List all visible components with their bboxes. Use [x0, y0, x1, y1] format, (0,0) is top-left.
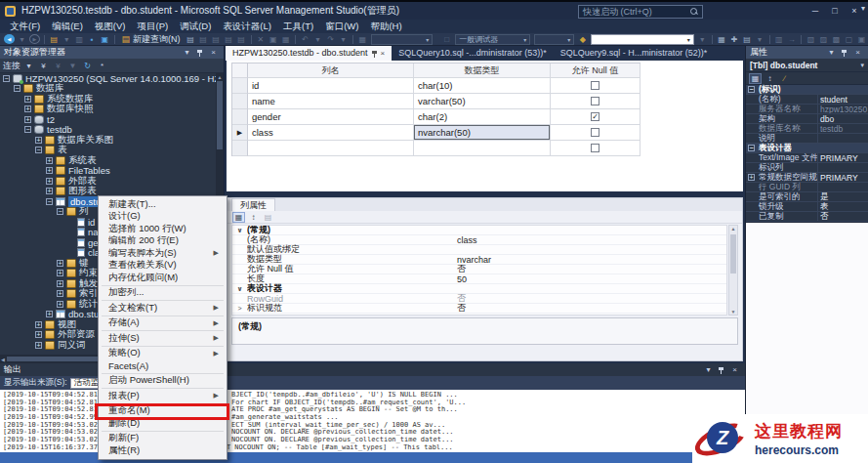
- context-menu-item[interactable]: 选择前 1000 行(W): [99, 223, 227, 235]
- tree-item[interactable]: +外部表: [0, 176, 216, 187]
- expand-icon[interactable]: +: [24, 105, 31, 112]
- menu-item[interactable]: 视图(V): [89, 21, 132, 33]
- expand-icon[interactable]: >: [232, 305, 247, 312]
- tree-item[interactable]: −HZPW130250 (SQL Server 14.0.1000.169 - …: [0, 73, 216, 84]
- scroll-up-icon[interactable]: ▲: [216, 74, 224, 80]
- new-query-button[interactable]: ▤新建查询(N): [118, 33, 185, 46]
- xmla-query-icon[interactable]: ▤: [236, 34, 247, 45]
- collapse-icon[interactable]: −: [57, 208, 63, 215]
- table-row[interactable]: idchar(10): [232, 78, 641, 94]
- row-indicator[interactable]: ▶: [232, 125, 248, 141]
- context-menu-item[interactable]: 设计(G): [99, 211, 227, 224]
- property-value[interactable]: hzpw130250: [817, 105, 868, 113]
- undo-dropdown-icon[interactable]: ▾: [312, 34, 323, 45]
- close-icon[interactable]: ×: [381, 46, 386, 61]
- allow-null-checkbox[interactable]: [591, 97, 599, 105]
- context-menu-item[interactable]: 拉伸(S)▶: [99, 332, 227, 345]
- stop-icon[interactable]: ¥: [53, 61, 63, 71]
- table-row[interactable]: ▶classnvarchar(50): [232, 125, 641, 141]
- expand-icon[interactable]: +: [57, 290, 63, 297]
- context-menu-item[interactable]: 新建表(T)...: [99, 198, 227, 211]
- search-combo[interactable]: ▾: [591, 34, 694, 45]
- expand-icon[interactable]: +: [46, 188, 53, 194]
- tree-item[interactable]: +数据库快照: [0, 105, 216, 115]
- property-value[interactable]: [817, 163, 868, 172]
- back-dropdown-icon[interactable]: ▾: [17, 34, 27, 45]
- context-menu-item[interactable]: 报表(P)▶: [99, 390, 227, 402]
- allow-null-checkbox[interactable]: [591, 128, 599, 137]
- combo-dropdown-icon[interactable]: ▾: [697, 34, 708, 45]
- expand-icon[interactable]: +: [46, 311, 53, 317]
- tab-list-dropdown-icon[interactable]: ▾: [861, 4, 865, 13]
- redo-dropdown-icon[interactable]: ▾: [338, 34, 349, 45]
- data-type-cell[interactable]: char(10): [414, 78, 551, 94]
- context-menu-item[interactable]: 属性(R): [99, 444, 227, 457]
- context-menu-item[interactable]: 查看依赖关系(V): [99, 260, 227, 273]
- scroll-left-icon[interactable]: ◀: [1, 357, 5, 362]
- expand-icon[interactable]: +: [748, 174, 755, 181]
- document-tab[interactable]: SQLQuery10.sql -...dministrator (53))*: [392, 46, 554, 61]
- collapse-icon[interactable]: −: [748, 145, 755, 151]
- primary-key-icon[interactable]: →: [786, 34, 797, 45]
- quick-launch-input[interactable]: 快速启动 (Ctrl+Q): [578, 5, 703, 19]
- window-position-icon[interactable]: ▾: [182, 47, 192, 58]
- tree-item[interactable]: +系统数据库: [0, 94, 216, 105]
- debug-target-combo[interactable]: 一般调试器▾: [455, 34, 530, 45]
- expand-icon[interactable]: +: [57, 301, 63, 308]
- platform-combo[interactable]: ▾: [534, 34, 574, 45]
- project-combo[interactable]: ▾: [371, 34, 434, 45]
- collapse-icon[interactable]: ∨: [232, 227, 247, 234]
- manage-indexes-icon[interactable]: ✚: [729, 34, 740, 45]
- database-engine-query-icon[interactable]: ▤: [186, 34, 196, 45]
- allow-null-checkbox[interactable]: [591, 81, 599, 90]
- collapse-icon[interactable]: ∨: [232, 285, 247, 293]
- relationships-icon[interactable]: ▤: [742, 34, 753, 45]
- connect-dropdown-icon[interactable]: ▾: [23, 61, 34, 71]
- property-row[interactable]: 已复制否: [746, 212, 868, 222]
- menu-item[interactable]: 项目(P): [131, 21, 174, 33]
- allow-null-cell[interactable]: ✓: [551, 109, 641, 125]
- save-icon[interactable]: ▪: [87, 34, 98, 45]
- activity-icon[interactable]: *: [97, 61, 107, 71]
- close-icon[interactable]: ×: [852, 47, 863, 58]
- row-indicator[interactable]: [232, 94, 248, 109]
- pin-icon[interactable]: [372, 50, 378, 58]
- minimize-button[interactable]: ─: [806, 2, 825, 20]
- context-menu-item[interactable]: 全文检索(T)▶: [99, 302, 227, 315]
- allow-null-cell[interactable]: [551, 78, 641, 94]
- column-name-cell[interactable]: gender: [248, 109, 414, 125]
- key-icon[interactable]: ◆: [577, 34, 588, 45]
- indexes-keys-icon[interactable]: ▧: [806, 34, 816, 45]
- column-name-cell[interactable]: [248, 141, 414, 156]
- expand-icon[interactable]: +: [35, 331, 42, 338]
- column-name-cell[interactable]: name: [248, 94, 414, 109]
- disconnect-icon[interactable]: ¥: [38, 61, 49, 71]
- collapse-icon[interactable]: −: [748, 86, 755, 93]
- forward-icon[interactable]: ▶: [29, 34, 40, 44]
- context-menu-item[interactable]: 编写表脚本为(S)▶: [99, 247, 227, 260]
- table-row[interactable]: genderchar(2)✓: [232, 109, 641, 125]
- close-icon[interactable]: ×: [729, 364, 740, 375]
- properties-object-selector[interactable]: [Tbl] dbo.student ▾: [746, 59, 868, 72]
- categorized-icon[interactable]: ▦: [232, 212, 245, 223]
- context-menu-item[interactable]: 删除(D): [99, 417, 227, 430]
- object-explorer-header[interactable]: 对象资源管理器 ▾×: [0, 46, 224, 59]
- collapse-icon[interactable]: −: [24, 126, 31, 133]
- data-type-cell[interactable]: nvarchar(50): [414, 125, 551, 141]
- table-row[interactable]: [232, 141, 641, 156]
- new-file-icon[interactable]: ▤: [49, 34, 60, 45]
- document-tab[interactable]: HZPW130250.testdb - dbo.student×: [226, 46, 392, 61]
- allow-null-checkbox[interactable]: [591, 144, 599, 152]
- expand-icon[interactable]: +: [24, 96, 31, 103]
- tree-item[interactable]: −表: [0, 146, 216, 156]
- allow-null-cell[interactable]: [551, 94, 641, 109]
- alphabetical-icon[interactable]: ↕: [247, 212, 260, 223]
- expand-icon[interactable]: +: [46, 167, 53, 174]
- tab-column-properties[interactable]: 列属性: [231, 198, 275, 211]
- column-name-cell[interactable]: id: [248, 78, 414, 94]
- pin-icon[interactable]: [719, 366, 724, 374]
- context-menu-item[interactable]: 策略(O)▶: [99, 348, 227, 360]
- menu-item[interactable]: 表设计器(L): [217, 21, 277, 33]
- property-value[interactable]: PRIMARY: [817, 153, 868, 162]
- property-pages-icon[interactable]: ∕: [778, 73, 791, 84]
